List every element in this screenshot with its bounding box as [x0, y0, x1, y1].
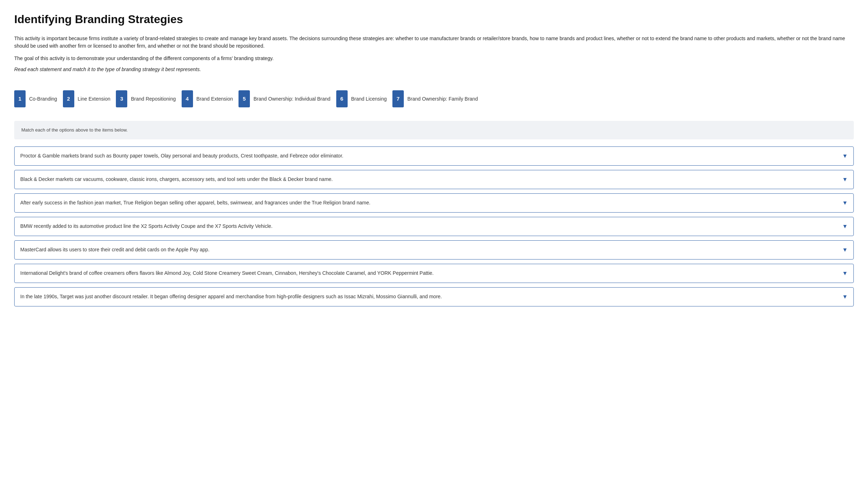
dropdown-row-7[interactable]: In the late 1990s, Target was just anoth…	[14, 287, 854, 306]
dropdown-arrow-2[interactable]: ▼	[842, 175, 848, 184]
dropdown-arrow-3[interactable]: ▼	[842, 199, 848, 207]
dropdown-text-6: International Delight's brand of coffee …	[20, 269, 842, 277]
dropdown-arrow-7[interactable]: ▼	[842, 293, 848, 301]
option-item-1[interactable]: 1 Co-Branding	[14, 87, 63, 110]
dropdown-text-3: After early success in the fashion jean …	[20, 199, 842, 207]
dropdown-row-6[interactable]: International Delight's brand of coffee …	[14, 264, 854, 283]
dropdown-row-5[interactable]: MasterCard allows its users to store the…	[14, 240, 854, 260]
option-label-5: Brand Ownership: Individual Brand	[253, 95, 330, 103]
dropdown-text-5: MasterCard allows its users to store the…	[20, 246, 842, 253]
option-item-6[interactable]: 6 Brand Licensing	[336, 87, 392, 110]
goal-paragraph: The goal of this activity is to demonstr…	[14, 55, 854, 62]
option-number-1: 1	[14, 90, 26, 107]
dropdown-row-4[interactable]: BMW recently added to its automotive pro…	[14, 217, 854, 236]
option-label-6: Brand Licensing	[351, 95, 387, 103]
dropdown-text-4: BMW recently added to its automotive pro…	[20, 223, 842, 230]
option-number-7: 7	[392, 90, 404, 107]
option-number-5: 5	[239, 90, 250, 107]
dropdown-arrow-1[interactable]: ▼	[842, 152, 848, 160]
dropdown-arrow-6[interactable]: ▼	[842, 269, 848, 278]
option-item-7[interactable]: 7 Brand Ownership: Family Brand	[392, 87, 483, 110]
option-number-6: 6	[336, 90, 348, 107]
option-item-2[interactable]: 2 Line Extension	[63, 87, 116, 110]
options-strip: 1 Co-Branding 2 Line Extension 3 Brand R…	[14, 84, 854, 114]
dropdown-text-2: Black & Decker markets car vacuums, cook…	[20, 176, 842, 183]
option-label-4: Brand Extension	[197, 95, 233, 103]
option-number-2: 2	[63, 90, 74, 107]
dropdown-container: Proctor & Gamble markets brand such as B…	[14, 146, 854, 306]
option-label-2: Line Extension	[78, 95, 111, 103]
intro-paragraph: This activity is important because firms…	[14, 35, 854, 50]
dropdown-row-3[interactable]: After early success in the fashion jean …	[14, 193, 854, 213]
match-section: Match each of the options above to the i…	[14, 121, 854, 139]
option-item-5[interactable]: 5 Brand Ownership: Individual Brand	[239, 87, 336, 110]
option-item-4[interactable]: 4 Brand Extension	[182, 87, 239, 110]
dropdown-text-7: In the late 1990s, Target was just anoth…	[20, 293, 842, 300]
dropdown-row-2[interactable]: Black & Decker markets car vacuums, cook…	[14, 170, 854, 189]
option-label-1: Co-Branding	[29, 95, 57, 103]
option-number-3: 3	[116, 90, 127, 107]
match-instruction: Match each of the options above to the i…	[21, 127, 847, 134]
option-label-3: Brand Repositioning	[131, 95, 176, 103]
option-number-4: 4	[182, 90, 193, 107]
option-label-7: Brand Ownership: Family Brand	[407, 95, 478, 103]
dropdown-text-1: Proctor & Gamble markets brand such as B…	[20, 152, 842, 160]
option-item-3[interactable]: 3 Brand Repositioning	[116, 87, 181, 110]
dropdown-arrow-5[interactable]: ▼	[842, 246, 848, 254]
instruction-paragraph: Read each statement and match it to the …	[14, 66, 854, 73]
page-title: Identifying Branding Strategies	[14, 11, 854, 28]
dropdown-row-1[interactable]: Proctor & Gamble markets brand such as B…	[14, 146, 854, 166]
dropdown-arrow-4[interactable]: ▼	[842, 222, 848, 231]
